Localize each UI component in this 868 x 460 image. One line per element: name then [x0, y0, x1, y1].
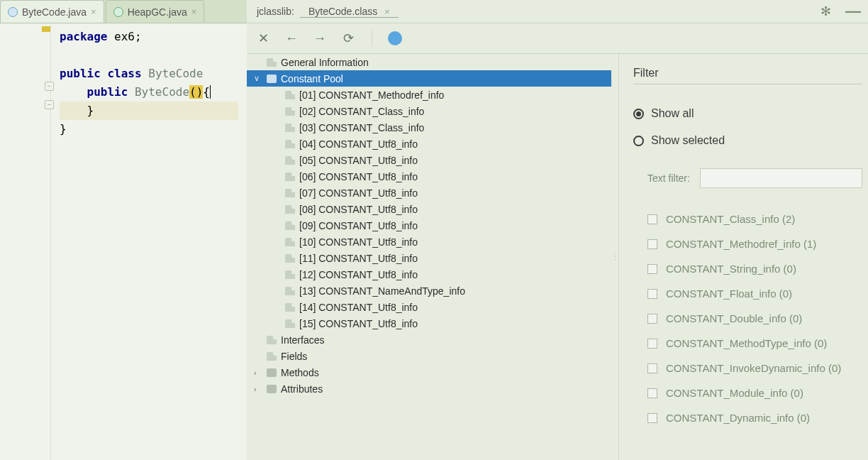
filter-checkbox-row[interactable]: CONSTANT_Class_info (2) — [633, 207, 862, 231]
filter-checkbox-label: CONSTANT_Methodref_info (1) — [666, 238, 816, 250]
tree-node-fields[interactable]: Fields — [247, 348, 611, 364]
tree-node-constant-entry[interactable]: [05] CONSTANT_Utf8_info — [247, 152, 611, 168]
checkbox-unchecked-icon — [647, 214, 657, 224]
editor-body[interactable]: − − package ex6; public class ByteCode p… — [0, 23, 247, 460]
tree-node-label: General Information — [281, 57, 369, 68]
jclasslib-pane: jclasslib: ByteCode.class × ✻ — ✕ ← → ⟳ … — [247, 0, 868, 460]
file-icon — [285, 319, 295, 328]
drag-handle-icon[interactable]: ⋮ — [611, 54, 618, 460]
checkbox-unchecked-icon — [647, 413, 657, 423]
filter-checkbox-row[interactable]: CONSTANT_Double_info (0) — [633, 306, 862, 331]
tree-node-label: Attributes — [281, 383, 323, 395]
tree-node-label: [11] CONSTANT_Utf8_info — [299, 253, 418, 264]
jclasslib-toolbar: ✕ ← → ⟳ — [247, 23, 868, 54]
java-file-icon — [8, 7, 18, 17]
filter-checkbox-row[interactable]: CONSTANT_MethodType_info (0) — [633, 331, 862, 356]
tree-node-general-info[interactable]: General Information — [247, 54, 611, 70]
editor-gutter: − − — [0, 23, 51, 460]
close-icon[interactable]: × — [384, 6, 390, 17]
jclasslib-tabs: jclasslib: ByteCode.class × ✻ — — [247, 0, 868, 23]
tree-node-label: [14] CONSTANT_Utf8_info — [299, 302, 418, 313]
tree-node-constant-entry[interactable]: [10] CONSTANT_Utf8_info — [247, 234, 611, 250]
radio-show-selected[interactable]: Show selected — [633, 130, 862, 151]
tree-node-constant-pool[interactable]: ∨ Constant Pool — [247, 70, 611, 87]
tree-node-label: [03] CONSTANT_Class_info — [299, 122, 424, 133]
tree-node-constant-entry[interactable]: [06] CONSTANT_Utf8_info — [247, 168, 611, 185]
filter-checkbox-label: CONSTANT_MethodType_info (0) — [666, 337, 827, 349]
text-filter-input[interactable] — [700, 168, 862, 188]
tree-node-constant-entry[interactable]: [14] CONSTANT_Utf8_info — [247, 299, 611, 315]
editor-tab-heapgc[interactable]: HeapGC.java × — [106, 0, 205, 23]
minimize-icon[interactable]: — — [838, 2, 868, 21]
tree-node-label: Fields — [281, 351, 307, 362]
close-icon[interactable]: × — [191, 6, 197, 17]
jclasslib-file-tab[interactable]: ByteCode.class × — [300, 6, 399, 18]
checkbox-unchecked-icon — [647, 264, 657, 274]
tree-node-constant-entry[interactable]: [08] CONSTANT_Utf8_info — [247, 201, 611, 217]
tree-node-label: Interfaces — [281, 334, 324, 346]
editor-pane: ByteCode.java × HeapGC.java × − − packag… — [0, 0, 247, 460]
globe-icon[interactable] — [388, 31, 402, 45]
checkbox-unchecked-icon — [647, 339, 657, 349]
tree-node-constant-entry[interactable]: [09] CONSTANT_Utf8_info — [247, 217, 611, 234]
close-icon[interactable]: × — [91, 6, 96, 17]
filter-pane: Filter Show all Show selected Text filte… — [618, 54, 868, 460]
tree-node-constant-entry[interactable]: [11] CONSTANT_Utf8_info — [247, 250, 611, 266]
filter-checkbox-row[interactable]: CONSTANT_Float_info (0) — [633, 281, 862, 306]
tree-node-label: [10] CONSTANT_Utf8_info — [299, 236, 418, 248]
checkbox-unchecked-icon — [647, 239, 657, 249]
tree-node-constant-entry[interactable]: [13] CONSTANT_NameAndType_info — [247, 283, 611, 299]
tree-node-interfaces[interactable]: Interfaces — [247, 332, 611, 348]
file-icon — [285, 287, 295, 295]
tree-node-label: Methods — [281, 367, 319, 378]
tree-node-attributes[interactable]: › Attributes — [247, 380, 611, 397]
tree-node-constant-entry[interactable]: [02] CONSTANT_Class_info — [247, 103, 611, 119]
checkbox-unchecked-icon — [647, 363, 657, 373]
filter-checkbox-row[interactable]: CONSTANT_String_info (0) — [633, 256, 862, 281]
radio-show-all[interactable]: Show all — [633, 103, 862, 124]
chevron-down-icon[interactable]: ∨ — [254, 74, 262, 83]
editor-tab-bytecode[interactable]: ByteCode.java × — [0, 0, 104, 23]
file-icon — [285, 91, 295, 99]
tree-node-constant-entry[interactable]: [12] CONSTANT_Utf8_info — [247, 266, 611, 283]
gear-icon[interactable]: ✻ — [813, 4, 838, 19]
chevron-right-icon[interactable]: › — [254, 385, 262, 393]
filter-checkbox-label: CONSTANT_Dynamic_info (0) — [666, 412, 810, 424]
tree-node-label: [01] CONSTANT_Methodref_info — [299, 89, 444, 101]
tree-node-constant-entry[interactable]: [07] CONSTANT_Utf8_info — [247, 185, 611, 201]
file-icon — [285, 107, 295, 116]
code-line: package ex6; — [60, 28, 238, 46]
reload-icon[interactable]: ⟳ — [340, 31, 356, 46]
class-structure-tree[interactable]: General Information ∨ Constant Pool [01]… — [247, 54, 611, 460]
text-filter-label: Text filter: — [647, 172, 690, 184]
radio-label: Show all — [651, 107, 694, 120]
fold-icon[interactable]: − — [45, 100, 54, 109]
filter-checkbox-row[interactable]: CONSTANT_Module_info (0) — [633, 380, 862, 405]
checkbox-unchecked-icon — [647, 314, 657, 324]
file-icon — [285, 172, 295, 181]
filter-checkbox-row[interactable]: CONSTANT_InvokeDynamic_info (0) — [633, 356, 862, 380]
tree-node-label: [13] CONSTANT_NameAndType_info — [299, 285, 465, 297]
tree-node-constant-entry[interactable]: [15] CONSTANT_Utf8_info — [247, 315, 611, 332]
checkbox-unchecked-icon — [647, 289, 657, 299]
java-file-icon — [113, 7, 123, 17]
forward-icon[interactable]: → — [312, 31, 328, 46]
filter-checkbox-label: CONSTANT_InvokeDynamic_info (0) — [666, 362, 841, 374]
radio-unchecked-icon — [633, 136, 644, 146]
tree-node-constant-entry[interactable]: [01] CONSTANT_Methodref_info — [247, 87, 611, 103]
tree-node-methods[interactable]: › Methods — [247, 364, 611, 380]
code-area[interactable]: package ex6; public class ByteCode publi… — [51, 23, 247, 460]
code-line: } — [60, 120, 238, 138]
warning-marker-icon[interactable] — [42, 26, 50, 32]
filter-checkbox-row[interactable]: CONSTANT_Dynamic_info (0) — [633, 405, 862, 430]
file-icon — [285, 238, 295, 246]
close-icon[interactable]: ✕ — [255, 31, 271, 46]
tree-node-label: [05] CONSTANT_Utf8_info — [299, 155, 418, 166]
tree-node-constant-entry[interactable]: [03] CONSTANT_Class_info — [247, 119, 611, 136]
tree-node-constant-entry[interactable]: [04] CONSTANT_Utf8_info — [247, 136, 611, 152]
fold-icon[interactable]: − — [45, 82, 54, 91]
filter-checkbox-row[interactable]: CONSTANT_Methodref_info (1) — [633, 231, 862, 256]
back-icon[interactable]: ← — [284, 31, 299, 46]
chevron-right-icon[interactable]: › — [254, 368, 262, 377]
folder-icon — [267, 368, 277, 377]
